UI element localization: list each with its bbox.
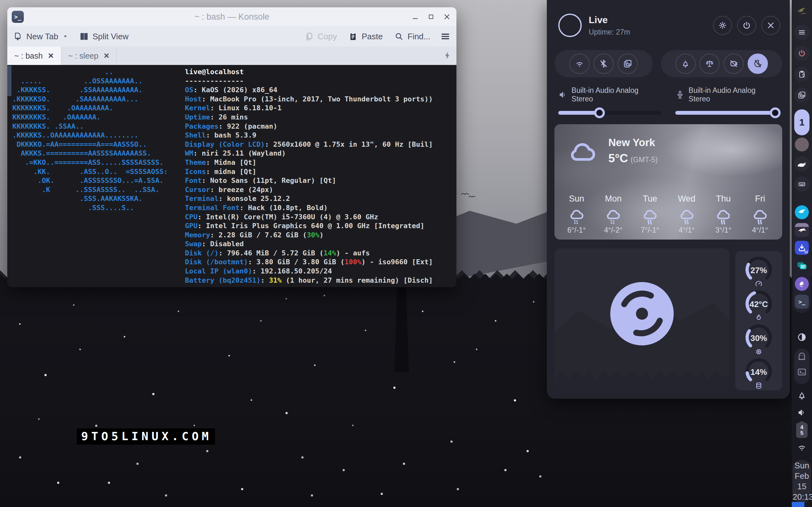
forecast-day-cell: Tue 7°/-1° <box>631 194 668 234</box>
tab-sleep[interactable]: ~ : sleep ✕ <box>61 47 117 65</box>
close-panel-button[interactable] <box>761 16 780 35</box>
speaker-icon <box>797 408 807 417</box>
eagle-icon <box>797 279 807 289</box>
weather-widget[interactable]: New York 5°C(GMT-5) Sun 6°/-1° Mon 4°/-2… <box>554 124 782 239</box>
ferret-mascot-button[interactable] <box>794 156 809 171</box>
split-view-button[interactable]: Split View <box>79 32 129 42</box>
balance-toggle[interactable] <box>699 54 720 74</box>
app-messenger[interactable] <box>795 259 809 273</box>
chevron-down-icon[interactable] <box>62 33 68 40</box>
kaos-logo[interactable] <box>794 4 809 19</box>
avatar[interactable] <box>558 14 582 37</box>
screenshots-button[interactable] <box>794 88 809 103</box>
weather-condition-icon <box>641 207 659 225</box>
bluetooth-toggle[interactable] <box>594 54 614 74</box>
forecast-hi-lo: 4°/-2° <box>595 226 632 234</box>
hamburger-icon <box>798 28 806 37</box>
media-widget[interactable] <box>554 248 729 390</box>
forecast-day-cell: Wed 4°/1° <box>668 194 705 234</box>
workspace-2-indicator[interactable] <box>795 137 809 152</box>
copy-button[interactable]: Copy <box>305 32 337 42</box>
terminal-viewport[interactable]: .. ..... ..OSSAAAAAAA.. .KKKKSS. .SSAAAA… <box>7 65 456 287</box>
clipboard-button[interactable] <box>794 66 809 82</box>
weather-temperature: 5°C <box>608 152 628 165</box>
paste-button[interactable]: Paste <box>348 32 383 42</box>
tab-close-icon[interactable]: ✕ <box>48 52 54 60</box>
virtual-keyboard-button[interactable] <box>794 176 809 192</box>
forecast-day-label: Fri <box>742 194 778 204</box>
screenshot-button[interactable] <box>618 54 638 74</box>
battery-indicator[interactable]: 4 5 <box>796 423 808 438</box>
close-button[interactable] <box>443 13 451 20</box>
volume-tray-button[interactable] <box>794 405 809 420</box>
activity-bolt-icon[interactable] <box>443 51 452 60</box>
terminal-scrollbar[interactable] <box>7 66 11 96</box>
images-icon <box>623 59 632 68</box>
night-color-toggle[interactable] <box>794 330 809 345</box>
contrast-icon <box>797 332 807 342</box>
paste-icon <box>348 32 358 41</box>
app-software-center[interactable]: M <box>795 241 809 255</box>
power-button[interactable] <box>737 16 756 35</box>
wifi-toggle[interactable] <box>569 54 590 74</box>
hamburger-menu-button[interactable] <box>440 31 451 42</box>
session-header: Live Uptime: 27m <box>558 9 780 42</box>
mic-slider-knob[interactable] <box>770 107 780 118</box>
network-tray-button[interactable] <box>794 440 809 455</box>
dock-menu-button[interactable] <box>794 25 809 40</box>
app-falkon[interactable] <box>795 205 809 219</box>
audio-output-control: Built-in Audio Analog Stereo <box>558 86 661 115</box>
tab-bash[interactable]: ~ : bash ✕ <box>7 47 61 65</box>
split-view-icon <box>79 32 89 41</box>
weather-city: New York <box>608 136 658 149</box>
volume-slider[interactable] <box>558 111 661 115</box>
app-thunderbird[interactable] <box>795 277 809 291</box>
camera-off-icon <box>729 59 738 68</box>
moon-off-icon <box>753 59 762 68</box>
find-button[interactable]: Find... <box>394 32 430 42</box>
tray-terminal-button[interactable] <box>797 367 807 377</box>
app-konsole[interactable]: >_ <box>795 295 809 308</box>
dock: 1 M >_ 4 5 Sun Feb 15 20:13 <box>792 0 812 507</box>
forecast-hi-lo: 3°/1° <box>705 226 742 234</box>
minimize-button[interactable] <box>411 13 419 20</box>
hamburger-icon <box>440 31 451 42</box>
settings-button[interactable] <box>713 16 732 35</box>
app-dolphin[interactable] <box>795 223 809 237</box>
forecast-day-label: Thu <box>705 194 742 204</box>
mic-slider[interactable] <box>675 111 778 115</box>
copy-icon <box>305 32 314 41</box>
konsole-titlebar[interactable]: >_ ~ : bash — Konsole <box>7 7 456 26</box>
birds-silhouette <box>461 192 477 199</box>
search-icon <box>394 32 404 41</box>
volume-slider-knob[interactable] <box>594 107 605 118</box>
active-indicator <box>792 502 804 507</box>
control-panel: Live Uptime: 27m <box>547 0 790 399</box>
kaos-ascii-logo: .. ..... ..OSSAAAAAAA.. .KKKKSS. .SSAAAA… <box>12 67 168 213</box>
camera-toggle[interactable] <box>723 54 744 74</box>
clock-widget[interactable]: Sun Feb 15 20:13 <box>793 460 811 503</box>
microphone-icon <box>675 90 685 100</box>
konsole-tabbar: ~ : bash ✕ ~ : sleep ✕ <box>7 47 456 65</box>
close-icon <box>766 21 775 30</box>
gauge-icon <box>755 382 763 390</box>
night-light-toggle[interactable] <box>748 54 768 74</box>
falkon-bird-icon <box>797 208 807 217</box>
audio-input-label: Built-in Audio Analog Stereo <box>689 86 778 103</box>
notifications-tray-button[interactable] <box>794 388 809 403</box>
clipboard-icon <box>798 70 806 78</box>
maximize-button[interactable] <box>427 13 435 20</box>
tab-close-icon[interactable]: ✕ <box>103 52 109 60</box>
konsole-app-icon: >_ <box>12 11 24 23</box>
dock-power-button[interactable] <box>794 46 809 61</box>
tray-ghost-button[interactable] <box>797 351 807 361</box>
notifications-toggle[interactable] <box>675 54 696 74</box>
terminal-icon <box>797 367 807 377</box>
forecast-row: Sun 6°/-1° Mon 4°/-2° Tue 7°/-1° Wed 4°/… <box>558 194 778 234</box>
new-tab-button[interactable]: New Tab <box>13 32 68 42</box>
gauge-value: 14% <box>735 367 782 377</box>
workspace-1-indicator[interactable]: 1 <box>794 109 809 135</box>
system-gauge: 30% <box>735 323 782 356</box>
bell-icon <box>797 391 807 400</box>
bluetooth-off-icon <box>599 59 608 68</box>
